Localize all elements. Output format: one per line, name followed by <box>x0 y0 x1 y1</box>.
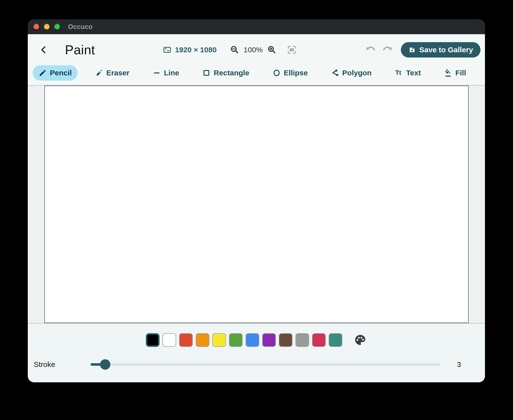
zoom-in-icon <box>267 45 276 54</box>
fit-to-screen-button[interactable] <box>287 45 297 55</box>
color-swatch-brown[interactable] <box>279 333 292 347</box>
zoom-in-button[interactable] <box>267 45 276 54</box>
tool-label: Eraser <box>106 69 129 77</box>
svg-text:Tt: Tt <box>395 69 401 76</box>
tool-label: Rectangle <box>214 69 249 77</box>
tool-polygon[interactable]: Polygon <box>325 65 378 81</box>
color-swatch-crimson[interactable] <box>312 333 326 347</box>
back-icon <box>39 45 48 55</box>
eraser-wand-icon <box>95 69 103 77</box>
color-swatch-purple[interactable] <box>262 333 276 347</box>
bottom-panel: Stroke 3 <box>28 324 485 382</box>
polygon-icon <box>331 69 339 77</box>
palette-icon <box>354 333 367 346</box>
canvas[interactable] <box>44 86 469 323</box>
color-swatch-red[interactable] <box>179 333 193 347</box>
tool-gallery-background[interactable]: Gallery Background <box>483 65 485 81</box>
color-swatch-gray[interactable] <box>295 333 309 347</box>
color-swatch-black[interactable] <box>146 333 160 347</box>
redo-icon <box>382 45 393 55</box>
canvas-area <box>28 85 485 324</box>
zoom-out-button[interactable] <box>230 45 239 54</box>
tool-pencil[interactable]: Pencil <box>33 65 78 81</box>
canvas-dimensions-icon <box>163 46 171 54</box>
tool-label: Fill <box>455 69 466 77</box>
canvas-size-value: 1920 × 1080 <box>175 46 217 54</box>
tool-label: Line <box>164 69 179 77</box>
tool-eraser[interactable]: Eraser <box>89 65 135 81</box>
save-icon <box>408 46 416 54</box>
stroke-value: 3 <box>450 360 468 369</box>
zoom-out-icon <box>230 45 239 54</box>
tool-label: Ellipse <box>284 69 308 77</box>
header: Paint 1920 × 1080 100% <box>28 34 485 65</box>
text-icon: Tt <box>395 69 403 77</box>
close-window-button[interactable] <box>33 24 40 30</box>
undo-icon <box>365 45 376 55</box>
color-swatch-green[interactable] <box>229 333 243 347</box>
tool-rectangle[interactable]: Rectangle <box>196 65 255 81</box>
pencil-icon <box>39 69 47 77</box>
tool-fill[interactable]: Fill <box>438 65 472 81</box>
stroke-slider[interactable] <box>91 363 440 366</box>
tool-label: Text <box>406 69 421 77</box>
paint-app-window: Occuco Paint 1920 × 1080 <box>28 19 485 382</box>
tool-text[interactable]: Tt Text <box>389 65 427 81</box>
fit-screen-icon <box>287 45 297 55</box>
stroke-slider-thumb[interactable] <box>100 359 110 370</box>
line-icon <box>153 69 161 77</box>
stroke-label: Stroke <box>34 360 55 369</box>
titlebar: Occuco <box>28 19 485 34</box>
toolbar: Pencil Eraser Line Rectangle <box>28 65 485 85</box>
minimize-window-button[interactable] <box>44 24 50 30</box>
color-swatch-orange[interactable] <box>196 333 209 347</box>
zoom-level-value: 100% <box>244 46 263 54</box>
header-actions: Save to Gallery <box>365 42 481 58</box>
ellipse-icon <box>273 69 281 77</box>
back-button[interactable] <box>38 44 49 55</box>
rectangle-icon <box>202 69 210 77</box>
custom-color-button[interactable] <box>353 333 367 347</box>
redo-button[interactable] <box>382 44 393 55</box>
tool-label: Polygon <box>342 69 372 77</box>
save-button-label: Save to Gallery <box>419 46 473 54</box>
zoom-controls: 100% <box>230 45 276 54</box>
color-swatch-white[interactable] <box>162 333 176 347</box>
canvas-dimensions-button[interactable]: 1920 × 1080 <box>163 46 217 54</box>
color-swatch-teal[interactable] <box>329 333 342 347</box>
color-swatch-yellow[interactable] <box>212 333 226 347</box>
maximize-window-button[interactable] <box>54 24 61 30</box>
fill-bucket-icon <box>444 69 452 77</box>
tool-line[interactable]: Line <box>147 65 185 81</box>
color-palette-row <box>28 333 485 347</box>
undo-button[interactable] <box>365 44 377 55</box>
color-swatch-blue[interactable] <box>246 333 259 347</box>
save-to-gallery-button[interactable]: Save to Gallery <box>401 42 481 58</box>
window-title: Occuco <box>68 23 93 31</box>
page-title: Paint <box>65 42 95 57</box>
tool-ellipse[interactable]: Ellipse <box>267 65 314 81</box>
tool-label: Pencil <box>50 69 72 77</box>
stroke-slider-row: Stroke 3 <box>28 360 485 369</box>
